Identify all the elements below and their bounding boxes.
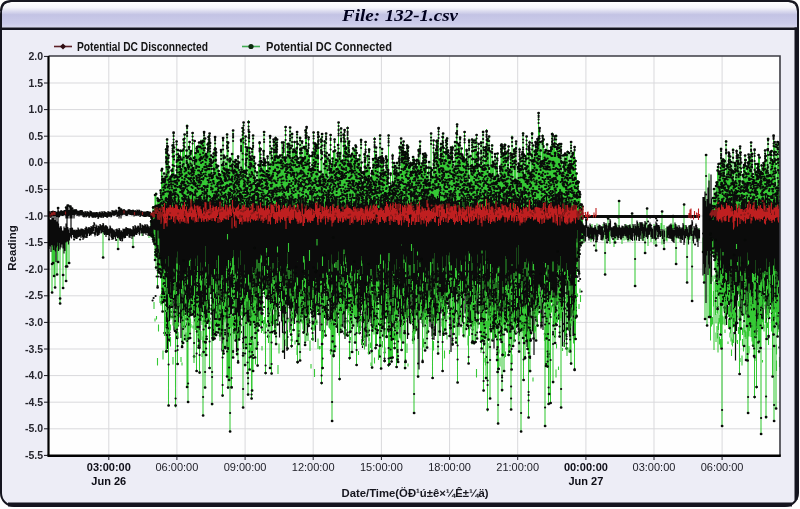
svg-text:09:00:00: 09:00:00 <box>224 461 267 473</box>
svg-text:03:00:00: 03:00:00 <box>633 461 676 473</box>
svg-text:-2.5: -2.5 <box>25 289 43 301</box>
svg-text:Jun 26: Jun 26 <box>91 475 126 487</box>
svg-text:00:00:00: 00:00:00 <box>564 461 608 473</box>
svg-text:-4.0: -4.0 <box>25 369 43 381</box>
svg-text:03:00:00: 03:00:00 <box>87 461 131 473</box>
svg-text:2.0: 2.0 <box>28 50 43 62</box>
svg-text:-0.5: -0.5 <box>25 183 43 195</box>
svg-text:21:00:00: 21:00:00 <box>496 461 539 473</box>
svg-text:Potential DC Connected: Potential DC Connected <box>266 40 392 54</box>
svg-text:1.0: 1.0 <box>28 103 43 115</box>
svg-text:Jun 27: Jun 27 <box>568 475 603 487</box>
svg-text:-5.0: -5.0 <box>25 422 43 434</box>
svg-text:06:00:00: 06:00:00 <box>155 461 198 473</box>
svg-text:1.5: 1.5 <box>28 77 43 89</box>
svg-text:06:00:00: 06:00:00 <box>701 461 744 473</box>
svg-text:0.0: 0.0 <box>28 156 43 168</box>
svg-text:Date/Time(ÖÐ¹ú±ê×¼Ê±¼ä): Date/Time(ÖÐ¹ú±ê×¼Ê±¼ä) <box>342 487 489 499</box>
svg-text:-1.5: -1.5 <box>25 236 43 248</box>
svg-text:0.5: 0.5 <box>28 130 43 142</box>
svg-text:12:00:00: 12:00:00 <box>292 461 335 473</box>
svg-text:-3.5: -3.5 <box>25 343 43 355</box>
svg-text:-2.0: -2.0 <box>25 263 43 275</box>
svg-text:-1.0: -1.0 <box>25 210 43 222</box>
svg-text:-5.5: -5.5 <box>25 449 43 461</box>
svg-text:Reading: Reading <box>6 225 18 270</box>
svg-text:18:00:00: 18:00:00 <box>428 461 471 473</box>
svg-text:-3.0: -3.0 <box>25 316 43 328</box>
svg-text:Potential DC Disconnected: Potential DC Disconnected <box>77 40 208 54</box>
svg-text:File: 132-1.csv: File: 132-1.csv <box>341 6 459 25</box>
svg-text:15:00:00: 15:00:00 <box>360 461 403 473</box>
svg-text:-4.5: -4.5 <box>25 396 43 408</box>
